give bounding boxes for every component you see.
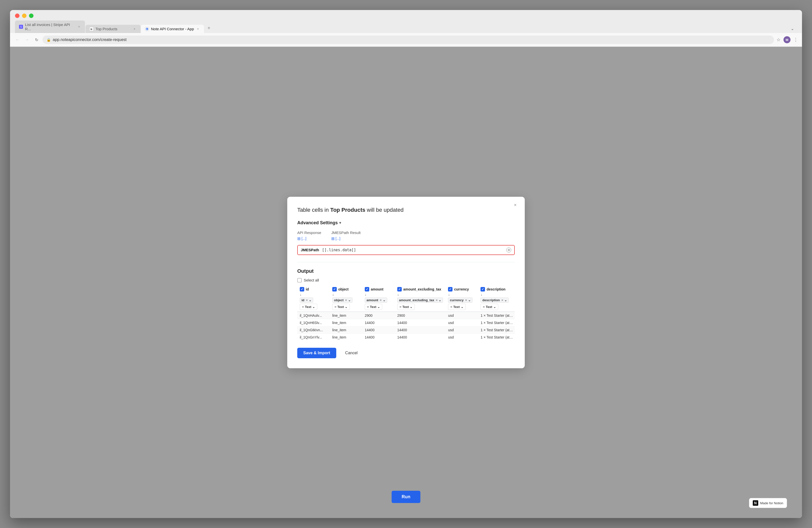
stripe-favicon: S	[19, 25, 23, 29]
col-currency-chevron-icon[interactable]: ⌄	[468, 298, 471, 302]
notion-favicon-top-products: N	[89, 27, 93, 31]
col-amount-arrow: ↓	[365, 293, 366, 296]
jmespath-clear-button[interactable]: ⊗	[506, 248, 511, 252]
col-id-remove-icon[interactable]: ×	[306, 298, 308, 302]
col-amount-remove-icon[interactable]: ×	[380, 298, 382, 302]
col-object-type-select[interactable]: ≡ Text ⌄	[332, 304, 350, 310]
col-aet-remove-icon[interactable]: ×	[436, 298, 438, 302]
col-id-field-tag[interactable]: id × ⌄	[300, 297, 313, 303]
svg-text:N: N	[90, 28, 92, 30]
col-amount-name: amount	[371, 287, 383, 291]
col-aet-arrow: ↓	[397, 293, 399, 296]
tab-top-products-close[interactable]: ×	[132, 27, 136, 31]
col-amount-type-chevron-icon: ⌄	[377, 305, 380, 309]
jmespath-input[interactable]	[322, 248, 503, 252]
col-amount-chevron-icon[interactable]: ⌄	[383, 298, 386, 302]
bookmark-icon[interactable]: ☆	[777, 37, 781, 43]
jmespath-result-badge[interactable]: ⊞ [...]	[331, 236, 361, 241]
col-object-chevron-icon[interactable]: ⌄	[348, 298, 351, 302]
address-right-icons: ☆ M ⋮	[777, 36, 798, 43]
cell-aet-4: 14400	[395, 334, 446, 341]
cell-id-2: il_1QnH6Slv...	[297, 319, 330, 326]
table-row: il_1QnGtkIvn... line_item 14400 14400 us…	[297, 326, 515, 334]
cell-object-4: line_item	[330, 334, 362, 341]
col-object-field-tag[interactable]: object × ⌄	[332, 297, 352, 303]
cell-description-1: 1 × Test Starter (at ...	[478, 312, 515, 319]
back-button[interactable]: ←	[14, 36, 21, 43]
col-currency-type-select[interactable]: ≡ Text ⌄	[448, 304, 465, 310]
new-tab-button[interactable]: +	[204, 23, 214, 33]
col-amount-type-select[interactable]: ≡ Text ⌄	[365, 304, 382, 310]
col-amount-checkbox[interactable]: ✓	[365, 287, 369, 292]
select-all-checkbox[interactable]	[297, 278, 302, 282]
col-object-checkbox[interactable]: ✓	[332, 287, 337, 292]
cell-description-3: 1 × Test Starter (at ...	[478, 326, 515, 334]
minimize-window-control[interactable]	[22, 14, 27, 18]
table-body: il_1QnHAulv... line_item 2900 2900 usd 1…	[297, 312, 515, 341]
modal-close-button[interactable]: ×	[512, 202, 519, 209]
col-aet-name: amount_excluding_tax	[403, 287, 441, 291]
cell-amount-1: 2900	[362, 312, 395, 319]
col-amount-header: ✓ amount ↓ amount × ⌄	[362, 285, 395, 312]
col-id-type-chevron-icon: ⌄	[312, 305, 315, 309]
col-description-type-select[interactable]: ≡ Text ⌄	[480, 304, 498, 310]
col-currency-type-icon: ≡	[450, 305, 452, 309]
tab-stripe-close[interactable]: ×	[77, 25, 81, 29]
col-currency-remove-icon[interactable]: ×	[465, 298, 467, 302]
forward-button[interactable]: →	[24, 36, 30, 43]
reload-button[interactable]: ↻	[33, 36, 40, 43]
table-header-row: ✓ id ↓ id × ⌄	[297, 285, 515, 312]
address-bar-row: ← → ↻ 🔒 app.noteapiconnector.com/create-…	[10, 33, 802, 47]
cell-description-4: 1 × Test Starter (at ...	[478, 334, 515, 341]
cancel-button[interactable]: Cancel	[339, 348, 364, 358]
col-id-type-text: Text	[305, 305, 311, 309]
close-window-control[interactable]	[15, 14, 19, 18]
cell-amount-3: 14400	[362, 326, 395, 334]
col-description-name: description	[487, 287, 505, 291]
col-description-chevron-icon[interactable]: ⌄	[504, 298, 507, 302]
col-aet-type-text: Text	[403, 305, 409, 309]
col-aet-chevron-icon[interactable]: ⌄	[438, 298, 441, 302]
run-button[interactable]: Run	[392, 491, 420, 503]
jmespath-result-badge-text: [...]	[335, 236, 340, 240]
col-id-type-select[interactable]: ≡ Text ⌄	[300, 304, 317, 310]
col-description-type-icon: ≡	[483, 305, 485, 309]
divider	[297, 262, 515, 262]
address-input[interactable]: 🔒 app.noteapiconnector.com/create-reques…	[43, 35, 774, 44]
col-aet-checkbox[interactable]: ✓	[397, 287, 402, 292]
col-amount-field-tag[interactable]: amount × ⌄	[365, 297, 387, 303]
tab-nac[interactable]: N Note API Connector - App ×	[141, 25, 204, 33]
cell-description-2: 1 × Test Starter (at ...	[478, 319, 515, 326]
col-amount-type-text: Text	[370, 305, 377, 309]
tab-stripe[interactable]: S List all invoices | Stripe API R... ×	[15, 20, 85, 33]
cell-currency-1: usd	[446, 312, 478, 319]
col-currency-name: currency	[454, 287, 469, 291]
address-text: app.noteapiconnector.com/create-request	[53, 38, 127, 42]
col-description-remove-icon[interactable]: ×	[502, 298, 504, 302]
menu-icon[interactable]: ⋮	[794, 37, 798, 43]
col-description-checkbox[interactable]: ✓	[480, 287, 485, 292]
col-aet-header: ✓ amount_excluding_tax ↓ amount_excludin…	[395, 285, 446, 312]
advanced-settings-arrow-icon: ▾	[339, 221, 341, 225]
col-id-chevron-icon[interactable]: ⌄	[309, 298, 311, 302]
col-currency-field-tag[interactable]: currency × ⌄	[448, 297, 473, 303]
col-currency-checkbox[interactable]: ✓	[448, 287, 452, 292]
col-description-field-tag[interactable]: description × ⌄	[480, 297, 509, 303]
tab-top-products[interactable]: N Top Products ×	[86, 25, 141, 33]
col-aet-type-icon: ≡	[400, 305, 402, 309]
col-aet-type-select[interactable]: ≡ Text ⌄	[397, 304, 415, 310]
col-description-type-chevron-icon: ⌄	[493, 305, 496, 309]
tab-nac-close[interactable]: ×	[196, 27, 200, 31]
tab-menu-button[interactable]: ⌄	[788, 24, 797, 33]
user-avatar[interactable]: M	[783, 36, 791, 43]
col-aet-field-tag[interactable]: amount_excluding_tax × ⌄	[397, 297, 443, 303]
col-aet-type-chevron-icon: ⌄	[410, 305, 412, 309]
advanced-settings-header[interactable]: Advanced Settings ▾	[297, 220, 515, 225]
api-response-badge[interactable]: ⊞ [...]	[297, 236, 321, 241]
col-description-arrow: ↓	[480, 293, 482, 296]
col-object-remove-icon[interactable]: ×	[345, 298, 347, 302]
maximize-window-control[interactable]	[29, 14, 33, 18]
col-amount-type-icon: ≡	[367, 305, 369, 309]
col-id-checkbox[interactable]: ✓	[300, 287, 304, 292]
save-import-button[interactable]: Save & Import	[297, 348, 336, 358]
